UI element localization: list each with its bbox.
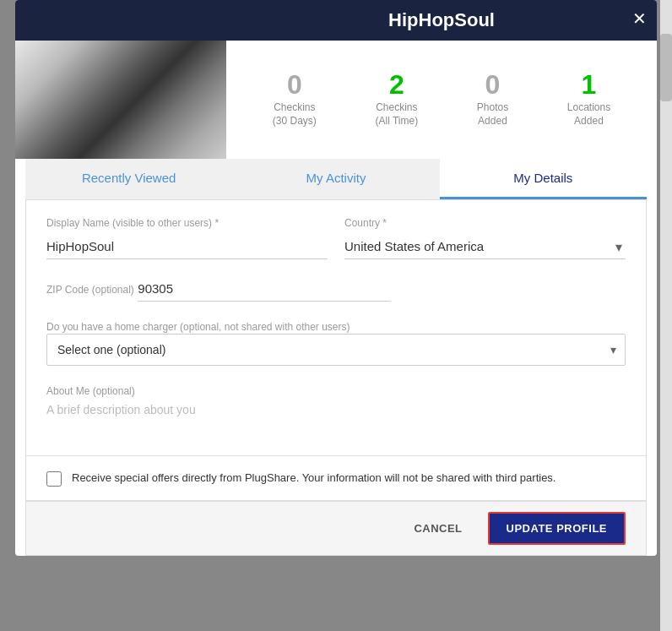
scrollbar-thumb[interactable] [660,34,672,101]
about-label: About Me (optional) [46,385,135,397]
form-group-about: About Me (optional) A brief description … [46,383,626,422]
stat-photos-number: 0 [477,71,508,98]
tab-my-details[interactable]: My Details [440,159,647,199]
stat-photos: 0 PhotosAdded [477,71,508,128]
stat-locations: 1 LocationsAdded [567,71,610,128]
stat-locations-number: 1 [567,71,610,98]
modal-title-area: HipHopSoul [226,9,657,31]
country-select[interactable]: United States of America [344,234,626,259]
modal-title: HipHopSoul [388,9,495,31]
form-group-display-name: Display Name (visible to other users) * [46,217,328,259]
stat-checkins-30-label: Checkins(30 Days) [273,101,317,128]
offers-label: Receive special offers directly from Plu… [72,470,556,487]
form-group-charger: Do you have a home charger (optional, no… [46,318,626,366]
tabs-container: Recently Viewed My Activity My Details [25,159,647,200]
profile-stats: 0 Checkins(30 Days) 2 Checkins(All Time)… [226,41,657,159]
modal-header: HipHopSoul ✕ [15,0,657,41]
modal: HipHopSoul ✕ 0 Checkins(30 Days) 2 Check… [15,0,657,556]
form-area: Display Name (visible to other users) * … [25,200,647,456]
stat-checkins-30: 0 Checkins(30 Days) [273,71,317,128]
offers-checkbox[interactable] [46,471,62,487]
form-group-zip: ZIP Code (optional) [46,276,626,302]
country-select-wrapper: United States of America [344,234,626,259]
form-row-name-country: Display Name (visible to other users) * … [46,217,626,259]
modal-overlay: HipHopSoul ✕ 0 Checkins(30 Days) 2 Check… [0,0,672,631]
display-name-input[interactable] [46,234,328,259]
close-button[interactable]: ✕ [632,10,647,27]
profile-top: 0 Checkins(30 Days) 2 Checkins(All Time)… [15,41,657,159]
profile-image-placeholder [15,41,226,159]
charger-label: Do you have a home charger (optional, no… [46,321,350,333]
form-group-country: Country * United States of America [344,217,626,259]
zip-label: ZIP Code (optional) [46,284,134,296]
stat-checkins-all-number: 2 [375,71,418,98]
stat-checkins-30-number: 0 [273,71,317,98]
update-profile-button[interactable]: UPDATE PROFILE [488,512,626,545]
scrollbar[interactable] [660,0,672,631]
tab-my-activity[interactable]: My Activity [232,159,439,199]
stat-checkins-all-label: Checkins(All Time) [375,101,418,128]
cancel-button[interactable]: CANCEL [397,514,479,543]
about-placeholder-text: A brief description about you [46,398,626,422]
display-name-label: Display Name (visible to other users) * [46,217,328,229]
stat-checkins-all: 2 Checkins(All Time) [375,71,418,128]
charger-select-wrapper[interactable]: Select one (optional) Select one (option… [46,334,626,366]
tab-recently-viewed[interactable]: Recently Viewed [25,159,232,199]
stat-locations-label: LocationsAdded [567,101,610,128]
stat-photos-label: PhotosAdded [477,101,508,128]
profile-image [15,41,226,159]
checkbox-row: Receive special offers directly from Plu… [25,456,647,501]
footer-buttons: CANCEL UPDATE PROFILE [25,501,647,556]
country-label: Country * [344,217,626,229]
zip-input[interactable] [138,276,391,302]
